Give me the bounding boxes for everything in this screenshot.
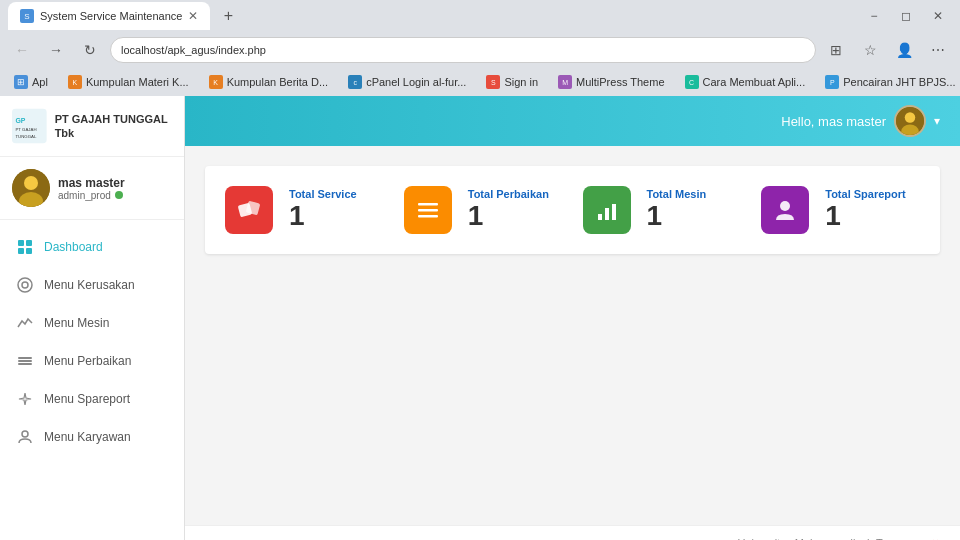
svg-point-18 [905,112,916,123]
svg-rect-8 [26,240,32,246]
perbaikan-icon [16,352,34,370]
forward-button[interactable]: → [42,36,70,64]
tab-close-button[interactable]: ✕ [188,9,198,23]
back-button[interactable]: ← [8,36,36,64]
karyawan-icon [16,428,34,446]
stat-card-service: Total Service 1 [225,186,384,234]
mesin-info: Total Mesin 1 [647,188,707,232]
close-button[interactable]: ✕ [924,6,952,26]
bookmark-apps[interactable]: ⊞ Apl [8,73,54,91]
new-tab-button[interactable]: + [216,4,240,28]
svg-point-28 [780,201,790,211]
tab-title: System Service Maintenance [40,10,182,22]
bookmark-pencairan[interactable]: P Pencairan JHT BPJS... [819,73,960,91]
bookmark-icon: K [68,75,82,89]
active-tab[interactable]: S System Service Maintenance ✕ [8,2,210,30]
sidebar-item-label: Menu Mesin [44,316,109,330]
bookmark-label: Pencairan JHT BPJS... [843,76,955,88]
settings-button[interactable]: ⋯ [924,36,952,64]
spareport-info: Total Spareport 1 [825,188,905,232]
svg-point-5 [24,176,38,190]
company-logo: GP PT GAJAH TUNGGAL [12,106,47,146]
bookmark-icon: M [558,75,572,89]
bookmark-label: cPanel Login al-fur... [366,76,466,88]
dashboard-icon [16,238,34,256]
user-info: mas master admin_prod [58,176,172,201]
bookmark-label: Kumpulan Berita D... [227,76,329,88]
service-icon [225,186,273,234]
sidebar-item-karyawan[interactable]: Menu Karyawan [0,418,184,456]
svg-rect-22 [418,203,438,206]
bookmark-kumpulan-materi[interactable]: K Kumpulan Materi K... [62,73,195,91]
perbaikan-stat-icon [404,186,452,234]
sidebar-item-label: Menu Karyawan [44,430,131,444]
spareport-icon [16,390,34,408]
sidebar-item-label: Dashboard [44,240,103,254]
mesin-label: Total Mesin [647,188,707,200]
sidebar-item-dashboard[interactable]: Dashboard [0,228,184,266]
company-name: PT GAJAH TUNGGAL Tbk [55,112,172,141]
address-bar-row: ← → ↻ localhost/apk_agus/index.php ⊞ ☆ 👤… [0,32,960,68]
profile-button[interactable]: 👤 [890,36,918,64]
top-header: Hello, mas master ▾ [185,96,960,146]
bookmark-multipress[interactable]: M MultiPress Theme [552,73,670,91]
sidebar-avatar [12,169,50,207]
sidebar-item-perbaikan[interactable]: Menu Perbaikan [0,342,184,380]
mesin-stat-icon [583,186,631,234]
bookmark-label: Cara Membuat Apli... [703,76,806,88]
svg-point-16 [22,431,28,437]
tab-favicon: S [20,9,34,23]
bookmark-icon: P [825,75,839,89]
stat-card-mesin: Total Mesin 1 [583,186,742,234]
apps-icon: ⊞ [14,75,28,89]
bookmark-icon: K [209,75,223,89]
bookmark-kumpulan-berita[interactable]: K Kumpulan Berita D... [203,73,335,91]
service-label: Total Service [289,188,357,200]
stats-cards-row: Total Service 1 Total Perbaikan 1 [205,166,940,254]
sidebar-item-mesin[interactable]: Menu Mesin [0,304,184,342]
sidebar-item-label: Menu Spareport [44,392,130,406]
bookmark-cara-membuat[interactable]: C Cara Membuat Apli... [679,73,812,91]
favorites-button[interactable]: ☆ [856,36,884,64]
svg-point-12 [22,282,28,288]
mesin-value: 1 [647,200,707,232]
minimize-button[interactable]: − [860,6,888,26]
service-value: 1 [289,200,357,232]
main-content: Total Service 1 Total Perbaikan 1 [185,146,960,525]
bookmark-label: Kumpulan Materi K... [86,76,189,88]
svg-text:GP: GP [15,117,25,124]
svg-rect-24 [418,215,438,218]
svg-rect-10 [26,248,32,254]
address-bar[interactable]: localhost/apk_agus/index.php [110,37,816,63]
svg-rect-14 [18,360,32,362]
refresh-button[interactable]: ↻ [76,36,104,64]
perbaikan-value: 1 [468,200,549,232]
sidebar-item-label: Menu Perbaikan [44,354,131,368]
bookmark-label: Sign in [504,76,538,88]
url-text: localhost/apk_agus/index.php [121,44,266,56]
sidebar-item-label: Menu Kerusakan [44,278,135,292]
sidebar-item-kerusakan[interactable]: Menu Kerusakan [0,266,184,304]
svg-rect-26 [605,208,609,220]
bookmark-cpanel[interactable]: c cPanel Login al-fur... [342,73,472,91]
bookmark-icon: C [685,75,699,89]
mesin-icon [16,314,34,332]
online-status-dot [115,191,123,199]
svg-rect-27 [612,204,616,220]
header-user-info[interactable]: Hello, mas master ▾ [781,105,940,137]
svg-rect-15 [18,363,32,365]
perbaikan-label: Total Perbaikan [468,188,549,200]
perbaikan-info: Total Perbaikan 1 [468,188,549,232]
window-controls: − ◻ ✕ [860,6,952,26]
extensions-button[interactable]: ⊞ [822,36,850,64]
bookmark-signin[interactable]: S Sign in [480,73,544,91]
maximize-button[interactable]: ◻ [892,6,920,26]
sidebar: GP PT GAJAH TUNGGAL PT GAJAH TUNGGAL Tbk… [0,96,185,540]
spareport-value: 1 [825,200,905,232]
content-area: Hello, mas master ▾ [185,96,960,540]
svg-rect-7 [18,240,24,246]
bookmark-label: Apl [32,76,48,88]
sidebar-username: mas master [58,176,172,190]
sidebar-item-spareport[interactable]: Menu Spareport [0,380,184,418]
user-section: mas master admin_prod [0,157,184,220]
